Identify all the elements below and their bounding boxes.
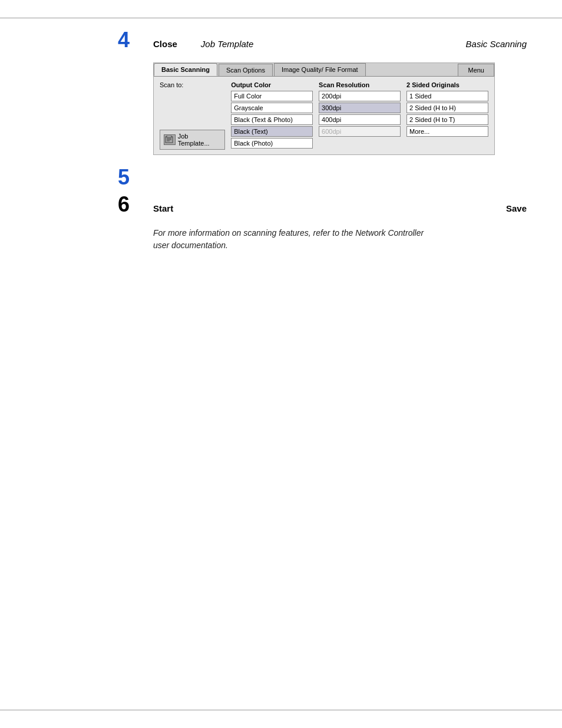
scan-resolution-header: Scan Resolution	[319, 81, 401, 88]
two-sided-header: 2 Sided Originals	[406, 81, 488, 88]
tab-scan-options-label: Scan Options	[226, 67, 265, 74]
option-2-sided-hh[interactable]: 2 Sided (H to H)	[406, 103, 488, 113]
ui-panel: Basic Scanning Scan Options Image Qualit…	[153, 62, 495, 155]
option-2-sided-ht[interactable]: 2 Sided (H to T)	[406, 114, 488, 125]
step4-close-label: Close	[153, 39, 177, 49]
step4-basic-scanning-label: Basic Scanning	[466, 39, 527, 49]
job-template-button[interactable]: Job Template...	[160, 130, 225, 150]
step6-row: 6 Start Save	[118, 194, 527, 215]
step5-number: 5	[118, 167, 147, 188]
top-border	[0, 18, 562, 18]
step4-job-template-label: Job Template	[201, 39, 254, 49]
option-black-text[interactable]: Black (Text)	[231, 126, 313, 137]
job-template-icon	[164, 134, 176, 145]
step6-save-label: Save	[506, 203, 527, 213]
option-grayscale[interactable]: Grayscale	[231, 103, 313, 113]
svg-rect-1	[167, 136, 171, 137]
left-panel: Scan to: Job Template...	[160, 81, 225, 150]
tab-menu-label: Menu	[468, 67, 484, 74]
output-color-panel: Output Color Full Color Grayscale Black …	[231, 81, 313, 150]
option-black-text-photo[interactable]: Black (Text & Photo)	[231, 114, 313, 125]
step6-number: 6	[118, 194, 147, 215]
tabs-row: Basic Scanning Scan Options Image Qualit…	[154, 63, 494, 77]
output-color-header: Output Color	[231, 81, 313, 88]
step4-row: 4 Close Job Template Basic Scanning	[118, 29, 527, 51]
option-1-sided[interactable]: 1 Sided	[406, 91, 488, 101]
step6-start-label: Start	[153, 203, 173, 213]
scan-resolution-panel: Scan Resolution 200dpi 300dpi 400dpi 600…	[319, 81, 401, 150]
tab-basic-scanning-label: Basic Scanning	[161, 66, 210, 73]
two-sided-panel: 2 Sided Originals 1 Sided 2 Sided (H to …	[406, 81, 488, 150]
tab-scan-options[interactable]: Scan Options	[219, 64, 273, 76]
tab-image-quality[interactable]: Image Quality/ File Format	[274, 63, 366, 76]
option-200dpi[interactable]: 200dpi	[319, 91, 401, 101]
scan-to-label: Scan to:	[160, 81, 225, 88]
option-300dpi[interactable]: 300dpi	[319, 103, 401, 113]
step4-number: 4	[118, 29, 147, 51]
panel-body: Scan to: Job Template...	[154, 77, 494, 154]
step5-row: 5	[118, 167, 527, 188]
option-400dpi[interactable]: 400dpi	[319, 114, 401, 125]
option-600dpi[interactable]: 600dpi	[319, 126, 401, 137]
option-full-color[interactable]: Full Color	[231, 91, 313, 101]
tab-menu[interactable]: Menu	[458, 64, 494, 76]
bottom-border	[0, 710, 562, 710]
job-template-btn-label: Job Template...	[178, 133, 221, 147]
tab-basic-scanning[interactable]: Basic Scanning	[154, 63, 217, 76]
option-black-photo[interactable]: Black (Photo)	[231, 138, 313, 149]
note-text: For more information on scanning feature…	[153, 227, 436, 252]
option-more[interactable]: More...	[406, 126, 488, 137]
tab-image-quality-label: Image Quality/ File Format	[282, 66, 358, 73]
